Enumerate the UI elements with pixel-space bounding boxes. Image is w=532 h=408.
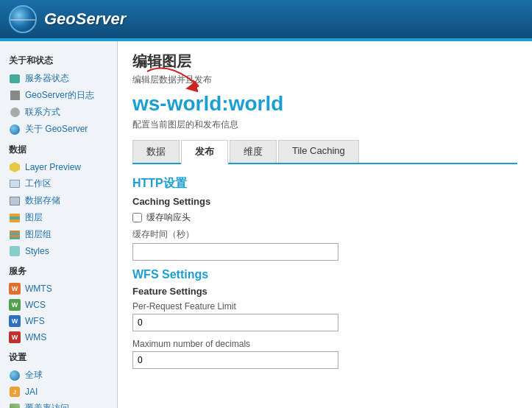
sidebar-item-layer-preview[interactable]: Layer Preview [0, 159, 117, 175]
feature-limit-input[interactable] [132, 314, 338, 331]
layergroup-icon [9, 229, 21, 241]
wmts-icon: W [9, 283, 21, 295]
sidebar-item-wcs[interactable]: W WCS [0, 297, 117, 313]
header: GeoServer [0, 0, 532, 38]
content-area: 编辑图层 编辑层数据并且发布 ws-world:world 配置当前图层的和发布… [118, 41, 532, 408]
sidebar-section-services: 服务 [0, 259, 117, 281]
sidebar-item-contact[interactable]: 联系方式 [0, 104, 117, 121]
sidebar-item-wms[interactable]: W WMS [0, 329, 117, 345]
coverage-icon [9, 403, 21, 409]
globe-icon [9, 370, 21, 381]
decimals-input[interactable] [132, 351, 338, 369]
cache-time-label: 缓存时间（秒） [132, 228, 517, 241]
http-section-heading: HTTP设置 [132, 176, 517, 191]
tab-bar: 数据 发布 维度 Tile Caching [132, 140, 517, 164]
log-icon [9, 90, 21, 102]
logo-globe-icon [9, 5, 37, 33]
sidebar-item-layergroup[interactable]: 图层组 [0, 226, 117, 243]
cache-checkbox-row: 缓存响应头 [132, 211, 517, 224]
wcs-icon: W [9, 299, 21, 311]
tab-data[interactable]: 数据 [132, 140, 180, 163]
cache-time-input[interactable] [132, 243, 338, 261]
decimals-group: Maximum number of decimals [132, 339, 517, 369]
feature-limit-group: Per-Request Feature Limit [132, 301, 517, 331]
sidebar-item-coverage[interactable]: 覆盖率访问 [0, 400, 117, 408]
sidebar-item-server-status[interactable]: 服务器状态 [0, 70, 117, 87]
sidebar-section-data: 数据 [0, 138, 117, 159]
server-icon [9, 73, 21, 85]
feature-settings-heading: Feature Settings [132, 286, 517, 297]
sidebar-item-wmts[interactable]: W WMTS [0, 281, 117, 297]
caching-settings-heading: Caching Settings [132, 196, 517, 207]
sidebar-item-layer[interactable]: 图层 [0, 209, 117, 226]
jai-icon: J [9, 386, 21, 398]
sidebar-item-store[interactable]: 数据存储 [0, 192, 117, 209]
styles-icon [9, 245, 21, 257]
sidebar-item-workspace[interactable]: 工作区 [0, 175, 117, 192]
wms-icon: W [9, 331, 21, 343]
sidebar-item-about[interactable]: 关于 GeoServer [0, 121, 117, 138]
annotation-arrow-svg [140, 64, 235, 123]
sidebar: 关于和状态 服务器状态 GeoServer的日志 联系方式 关于 GeoServ… [0, 41, 118, 408]
sidebar-item-styles[interactable]: Styles [0, 243, 117, 259]
wfs-section: WFS Settings Feature Settings Per-Reques… [132, 268, 517, 369]
cache-time-group: 缓存时间（秒） [132, 228, 517, 261]
cache-checkbox[interactable] [132, 213, 142, 222]
logo-text: GeoServer [44, 10, 126, 29]
workspace-icon [9, 178, 21, 190]
tab-dimension[interactable]: 维度 [230, 140, 277, 163]
about-icon [9, 124, 21, 136]
contact-icon [9, 107, 21, 119]
preview-icon [9, 161, 21, 173]
cache-checkbox-label: 缓存响应头 [146, 211, 191, 224]
sidebar-section-settings: 设置 [0, 345, 117, 367]
main-layout: 关于和状态 服务器状态 GeoServer的日志 联系方式 关于 GeoServ… [0, 41, 532, 408]
sidebar-item-wfs[interactable]: W WFS [0, 313, 117, 329]
sidebar-item-global[interactable]: 全球 [0, 367, 117, 384]
sidebar-section-about: 关于和状态 [0, 49, 117, 70]
tab-tile-caching[interactable]: Tile Caching [278, 140, 359, 163]
wfs-icon: W [9, 315, 21, 327]
sidebar-item-jai[interactable]: J JAI [0, 384, 117, 400]
sidebar-item-log[interactable]: GeoServer的日志 [0, 87, 117, 104]
tab-publish[interactable]: 发布 [181, 140, 228, 164]
store-icon [9, 195, 21, 207]
layer-icon [9, 212, 21, 224]
decimals-label: Maximum number of decimals [132, 339, 517, 349]
wfs-section-heading: WFS Settings [132, 268, 517, 281]
feature-limit-label: Per-Request Feature Limit [132, 301, 517, 312]
